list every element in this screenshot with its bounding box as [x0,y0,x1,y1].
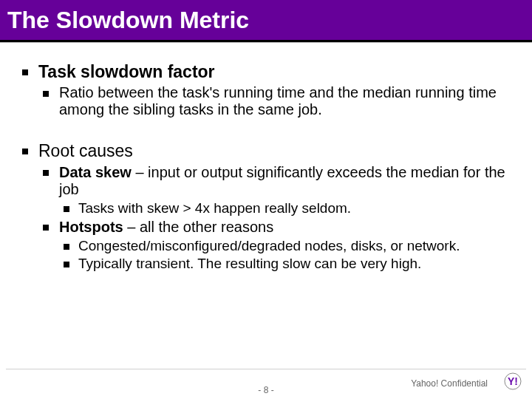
title-band: The Slowdown Metric [0,0,532,40]
bullet-text: Tasks with skew > 4x happen really seldo… [78,200,351,216]
svg-text:Y!: Y! [508,375,518,387]
confidential-label: Yahoo! Confidential [411,378,488,389]
bullet-text: – all the other reasons [123,219,273,235]
spacer [22,120,510,137]
bullet-l3: Congested/misconfigured/degraded nodes, … [64,238,510,254]
footer-divider [6,369,526,369]
bullet-l3: Tasks with skew > 4x happen really seldo… [64,200,510,216]
bullet-l1: Root causes [22,141,510,160]
bullet-text: Root causes [38,141,133,160]
bullet-l2: Hotspots – all the other reasons [43,219,510,236]
bullet-l2: Ratio between the task's running time an… [43,84,510,118]
page-number: - 8 - [258,385,273,395]
bullet-l1: Task slowdown factor [22,62,510,81]
bullet-bold: Hotspots [59,219,123,235]
slide-title: The Slowdown Metric [7,7,249,34]
title-underline-thin [0,42,532,43]
bullet-text: Congested/misconfigured/degraded nodes, … [78,238,460,253]
slide: The Slowdown Metric Task slowdown factor… [0,0,532,399]
yahoo-logo-icon: Y! [497,372,522,390]
bullet-bold: Data skew [59,164,132,180]
content-area: Task slowdown factor Ratio between the t… [0,47,532,271]
bullet-l2: Data skew – input or output significantl… [43,164,510,198]
bullet-text: Typically transient. The resulting slow … [78,256,421,271]
bullet-list: Task slowdown factor Ratio between the t… [22,62,510,271]
bullet-text: Task slowdown factor [38,62,215,81]
bullet-text: Ratio between the task's running time an… [59,84,497,117]
bullet-l3: Typically transient. The resulting slow … [64,256,510,272]
